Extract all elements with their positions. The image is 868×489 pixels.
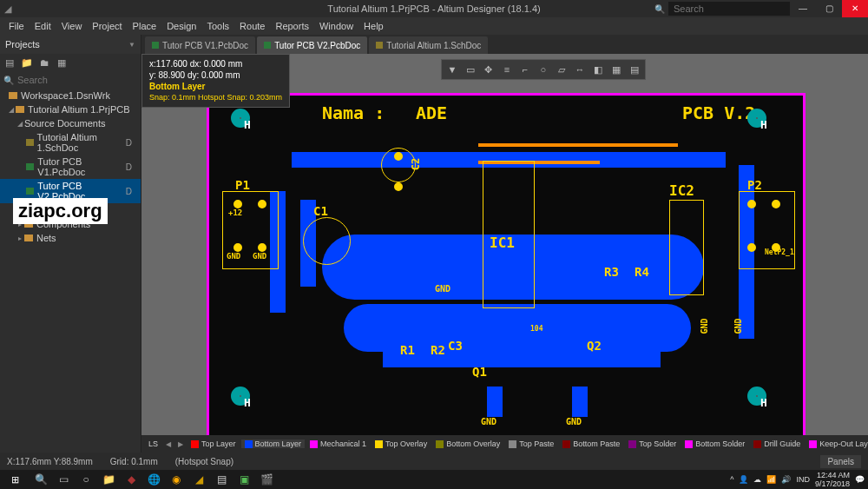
route-icon[interactable]: ⌐ bbox=[516, 62, 534, 77]
tray-cloud-icon[interactable]: ☁ bbox=[753, 475, 761, 484]
start-button[interactable]: ⊞ bbox=[0, 470, 30, 489]
heads-up-display: x:117.600 dx: 0.000 mm y: 88.900 dy: 0.0… bbox=[141, 54, 290, 108]
poly-icon[interactable]: ▱ bbox=[553, 62, 570, 77]
menu-edit[interactable]: Edit bbox=[30, 21, 56, 31]
layer-keepout[interactable]: Keep-Out Layer bbox=[806, 439, 868, 448]
layer-bottom-paste[interactable]: Bottom Paste bbox=[559, 439, 623, 448]
source-docs-node[interactable]: ◢Source Documents bbox=[0, 116, 141, 130]
cortana-icon[interactable]: ○ bbox=[75, 470, 97, 489]
drc-icon[interactable]: ◧ bbox=[589, 62, 607, 77]
taskbar-app-icon[interactable]: ◉ bbox=[165, 470, 187, 489]
taskbar-search-icon[interactable]: 🔍 bbox=[30, 470, 52, 489]
document-tabs: Tutor PCB V1.PcbDoc Tutor PCB V2.PcbDoc … bbox=[141, 35, 868, 54]
layer-nav-left[interactable]: ◀ bbox=[163, 440, 174, 448]
layer-bottom[interactable]: Bottom Layer bbox=[241, 439, 306, 448]
select-icon[interactable]: ▭ bbox=[462, 62, 479, 77]
tray-lang[interactable]: IND bbox=[796, 475, 810, 484]
c1-outline bbox=[303, 217, 351, 265]
chrome-icon[interactable]: 🌐 bbox=[142, 470, 165, 489]
layer-icon[interactable]: ▤ bbox=[626, 62, 643, 77]
watermark: ziapc.org bbox=[13, 198, 108, 224]
tab-pcb-v1[interactable]: Tutor PCB V1.PcbDoc bbox=[145, 36, 255, 54]
layer-top-overlay[interactable]: Top Overlay bbox=[372, 439, 431, 448]
silk-title-name: ADE bbox=[416, 102, 447, 123]
move-icon[interactable]: ✥ bbox=[480, 62, 497, 77]
status-snap: (Hotspot Snap) bbox=[175, 457, 233, 466]
tray-up-icon[interactable]: ^ bbox=[730, 475, 733, 484]
menu-file[interactable]: File bbox=[3, 21, 30, 31]
pcb-board: Nama : ADE PCB V.2 H H H H bbox=[207, 93, 806, 435]
tray-network-icon[interactable]: 📶 bbox=[766, 475, 776, 484]
menu-reports[interactable]: Reports bbox=[270, 21, 314, 31]
place-icon[interactable]: ○ bbox=[535, 62, 552, 77]
task-view-icon[interactable]: ▭ bbox=[52, 470, 75, 489]
silk-title-left: Nama : bbox=[322, 102, 385, 123]
menu-place[interactable]: Place bbox=[128, 21, 162, 31]
tray-volume-icon[interactable]: 🔊 bbox=[781, 475, 791, 484]
project-node[interactable]: ◢Tutorial Altium 1.PrjPCB bbox=[0, 102, 141, 116]
menu-tools[interactable]: Tools bbox=[201, 21, 234, 31]
layer-bottom-overlay[interactable]: Bottom Overlay bbox=[432, 439, 503, 448]
panels-button[interactable]: Panels bbox=[820, 455, 861, 468]
close-button[interactable]: ✕ bbox=[842, 0, 868, 17]
grid-icon[interactable]: ▦ bbox=[608, 62, 625, 77]
silk-r4: R4 bbox=[635, 265, 649, 279]
silk-gnd: GND bbox=[435, 284, 450, 294]
save-icon[interactable]: 🖿 bbox=[38, 57, 50, 69]
menu-help[interactable]: Help bbox=[358, 21, 389, 31]
taskbar-app-icon[interactable]: ▣ bbox=[233, 470, 255, 489]
tab-pcb-v2[interactable]: Tutor PCB V2.PcbDoc bbox=[257, 36, 367, 54]
active-bar: ▼ ▭ ✥ ≡ ⌐ ○ ▱ ↔ ◧ ▦ ▤ bbox=[441, 59, 646, 80]
trace bbox=[383, 352, 661, 367]
tray-notifications-icon[interactable]: 💬 bbox=[855, 475, 865, 484]
silk-p2: P2 bbox=[747, 178, 762, 192]
maximize-button[interactable]: ▢ bbox=[816, 0, 842, 17]
doc-schdoc[interactable]: Tutorial Altium 1.SchDocD bbox=[0, 130, 141, 155]
tray-people-icon[interactable]: 👤 bbox=[739, 475, 748, 484]
global-search-input[interactable] bbox=[668, 2, 790, 16]
taskbar-app-icon[interactable]: 🎬 bbox=[255, 470, 278, 489]
compile-icon[interactable]: ▦ bbox=[56, 57, 68, 69]
menu-view[interactable]: View bbox=[56, 21, 88, 31]
altium-icon[interactable]: ◢ bbox=[187, 470, 210, 489]
layer-drill-guide[interactable]: Drill Guide bbox=[750, 439, 804, 448]
nets-node[interactable]: ▸Nets bbox=[0, 231, 141, 245]
silk-gnd: GND bbox=[700, 318, 709, 334]
menu-project[interactable]: Project bbox=[87, 21, 127, 31]
projects-panel-title: Projects bbox=[5, 39, 125, 50]
layer-bottom-solder[interactable]: Bottom Solder bbox=[681, 439, 748, 448]
tray-clock[interactable]: 12:44 AM 9/17/2018 bbox=[815, 471, 850, 488]
layer-top-paste[interactable]: Top Paste bbox=[505, 439, 557, 448]
pcb-canvas[interactable]: Nama : ADE PCB V.2 H H H H bbox=[141, 54, 868, 435]
layer-top-solder[interactable]: Top Solder bbox=[625, 439, 680, 448]
layer-mech1[interactable]: Mechanical 1 bbox=[306, 439, 370, 448]
windows-taskbar: ⊞ 🔍 ▭ ○ 📁 ◆ 🌐 ◉ ◢ ▤ ▣ 🎬 ^ 👤 ☁ 📶 🔊 IND 12… bbox=[0, 470, 868, 489]
align-icon[interactable]: ≡ bbox=[498, 62, 516, 77]
open-folder-icon[interactable]: 📁 bbox=[21, 57, 33, 69]
ic1-outline bbox=[483, 161, 535, 308]
doc-pcb-v1[interactable]: Tutor PCB V1.PcbDocD bbox=[0, 155, 141, 179]
status-grid: Grid: 0.1mm bbox=[110, 457, 158, 466]
menu-window[interactable]: Window bbox=[314, 21, 358, 31]
menu-design[interactable]: Design bbox=[161, 21, 201, 31]
minimize-button[interactable]: — bbox=[790, 0, 816, 17]
layer-top[interactable]: Top Layer bbox=[187, 439, 240, 448]
panel-dropdown-icon[interactable]: ▼ bbox=[128, 41, 135, 49]
explorer-icon[interactable]: 📁 bbox=[97, 470, 120, 489]
menu-route[interactable]: Route bbox=[234, 21, 270, 31]
mounting-hole: H bbox=[231, 109, 250, 128]
dim-icon[interactable]: ↔ bbox=[571, 62, 589, 77]
layer-nav-right[interactable]: ▶ bbox=[175, 440, 186, 448]
layer-ls[interactable]: LS bbox=[145, 439, 161, 448]
taskbar-app-icon[interactable]: ◆ bbox=[120, 470, 142, 489]
tab-schdoc[interactable]: Tutorial Altium 1.SchDoc bbox=[369, 36, 488, 54]
project-search-input[interactable] bbox=[17, 75, 137, 85]
filter-icon[interactable]: ▼ bbox=[444, 62, 461, 77]
new-doc-icon[interactable]: ▤ bbox=[3, 57, 16, 69]
mounting-hole: H bbox=[231, 387, 250, 406]
projects-panel: Projects ▼ ▤ 📁 🖿 ▦ 🔍 Workspace1.DsnWrk ◢… bbox=[0, 35, 141, 453]
silk-r1: R1 bbox=[400, 343, 415, 357]
workspace-node[interactable]: Workspace1.DsnWrk bbox=[0, 89, 141, 102]
search-icon: 🔍 bbox=[654, 4, 665, 14]
taskbar-app-icon[interactable]: ▤ bbox=[210, 470, 233, 489]
